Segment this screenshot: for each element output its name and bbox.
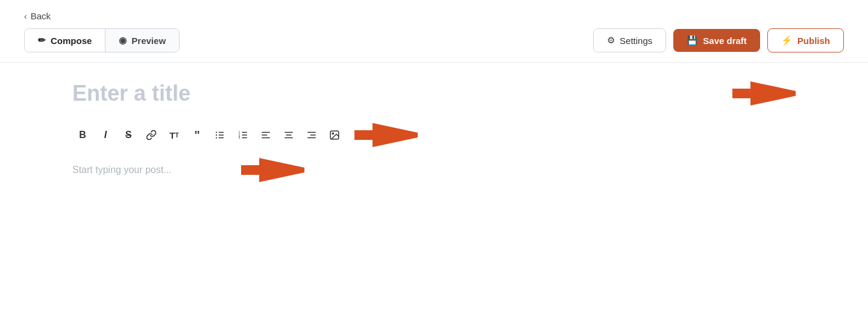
align-center-icon bbox=[283, 130, 294, 140]
bullet-list-button[interactable] bbox=[210, 125, 230, 145]
align-left-icon bbox=[260, 130, 271, 140]
save-icon: 💾 bbox=[687, 35, 698, 46]
svg-text:3: 3 bbox=[239, 136, 241, 139]
svg-marker-24 bbox=[354, 123, 418, 147]
title-row bbox=[72, 81, 796, 106]
publish-label: Publish bbox=[797, 36, 830, 46]
bolt-icon: ⚡ bbox=[781, 35, 793, 46]
toolbar: ✏ Compose ◉ Preview ⚙ Settings 💾 Save dr… bbox=[0, 28, 868, 62]
preview-label: Preview bbox=[131, 36, 166, 46]
image-button[interactable] bbox=[324, 125, 345, 145]
settings-button[interactable]: ⚙ Settings bbox=[593, 28, 666, 52]
svg-point-5 bbox=[216, 134, 217, 136]
toolbar-arrow-annotation bbox=[354, 123, 418, 147]
save-draft-button[interactable]: 💾 Save draft bbox=[673, 29, 760, 52]
compose-label: Compose bbox=[51, 36, 92, 46]
content-arrow-left-icon bbox=[241, 158, 304, 182]
eye-icon: ◉ bbox=[119, 35, 127, 46]
svg-point-23 bbox=[332, 133, 333, 134]
content-input[interactable] bbox=[72, 165, 229, 175]
font-size-button[interactable]: TT bbox=[164, 125, 184, 145]
strikethrough-button[interactable]: S bbox=[118, 125, 139, 145]
align-right-button[interactable] bbox=[301, 125, 322, 145]
numbered-list-button[interactable]: 1 2 3 bbox=[233, 125, 253, 145]
link-button[interactable] bbox=[141, 125, 162, 145]
numbered-list-icon: 1 2 3 bbox=[237, 130, 248, 140]
toolbar-arrow-left-icon bbox=[354, 123, 418, 147]
bold-button[interactable]: B bbox=[72, 125, 93, 145]
save-draft-label: Save draft bbox=[703, 36, 747, 46]
image-icon bbox=[329, 130, 340, 140]
svg-point-4 bbox=[216, 131, 217, 133]
title-input[interactable] bbox=[72, 81, 714, 106]
blockquote-button[interactable]: " bbox=[187, 125, 207, 145]
back-button[interactable]: ‹ Back bbox=[24, 11, 51, 21]
arrow-left-icon bbox=[732, 81, 796, 106]
align-right-icon bbox=[306, 130, 317, 140]
content-row bbox=[72, 158, 796, 182]
back-label: Back bbox=[31, 11, 51, 21]
top-nav: ‹ Back bbox=[0, 0, 868, 28]
format-toolbar: B I S TT " bbox=[72, 123, 796, 147]
svg-point-6 bbox=[216, 137, 217, 138]
settings-label: Settings bbox=[620, 36, 652, 46]
italic-button[interactable]: I bbox=[95, 125, 116, 145]
gear-icon: ⚙ bbox=[607, 35, 615, 46]
link-icon bbox=[146, 130, 157, 140]
svg-marker-0 bbox=[732, 81, 796, 106]
bullet-list-icon bbox=[215, 130, 225, 140]
align-center-button[interactable] bbox=[278, 125, 299, 145]
page-wrapper: ‹ Back ✏ Compose ◉ Preview ⚙ Settings 💾 … bbox=[0, 0, 868, 331]
publish-button[interactable]: ⚡ Publish bbox=[767, 28, 844, 52]
editor-area: B I S TT " bbox=[0, 63, 868, 331]
pencil-icon: ✏ bbox=[38, 35, 46, 46]
compose-tab[interactable]: ✏ Compose bbox=[25, 29, 105, 52]
preview-tab[interactable]: ◉ Preview bbox=[105, 29, 179, 52]
svg-marker-25 bbox=[241, 158, 304, 182]
tab-group: ✏ Compose ◉ Preview bbox=[24, 28, 180, 52]
back-chevron-icon: ‹ bbox=[24, 11, 27, 21]
content-arrow-annotation bbox=[241, 158, 304, 182]
title-arrow-annotation bbox=[732, 81, 796, 106]
align-left-button[interactable] bbox=[256, 125, 276, 145]
